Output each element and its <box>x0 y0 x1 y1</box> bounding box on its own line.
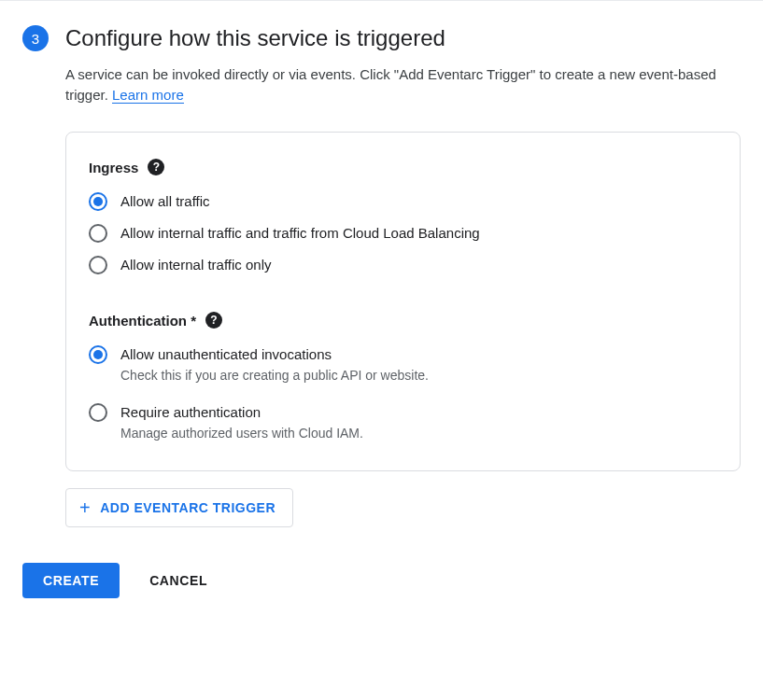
page-title: Configure how this service is triggered <box>65 23 741 53</box>
authentication-label: Authentication * <box>89 313 196 329</box>
radio-label: Allow all traffic <box>120 192 210 211</box>
radio-helper: Manage authorized users with Cloud IAM. <box>120 424 363 442</box>
step-section: 3 Configure how this service is triggere… <box>0 1 763 617</box>
authentication-radio-group: Allow unauthenticated invocations Check … <box>89 345 717 442</box>
ingress-option-all-traffic[interactable]: Allow all traffic <box>89 192 717 211</box>
help-icon[interactable]: ? <box>148 159 164 175</box>
footer-buttons: CREATE CANCEL <box>22 563 741 598</box>
auth-option-require[interactable]: Require authentication Manage authorized… <box>89 403 717 442</box>
page-description: A service can be invoked directly or via… <box>65 64 741 105</box>
radio-label: Allow internal traffic only <box>120 256 271 274</box>
help-icon[interactable]: ? <box>205 312 222 329</box>
plus-icon: + <box>79 498 91 517</box>
radio-text: Require authentication Manage authorized… <box>120 403 363 442</box>
radio-helper: Check this if you are creating a public … <box>120 366 429 385</box>
radio-button[interactable] <box>89 224 107 243</box>
learn-more-link[interactable]: Learn more <box>112 87 184 104</box>
ingress-option-internal-only[interactable]: Allow internal traffic only <box>89 256 717 274</box>
authentication-label-row: Authentication * ? <box>89 312 717 329</box>
radio-text: Allow internal traffic and traffic from … <box>120 224 480 243</box>
settings-card: Ingress ? Allow all traffic Allow intern… <box>65 132 741 471</box>
step-number-badge: 3 <box>22 25 49 51</box>
radio-button[interactable] <box>89 192 107 211</box>
radio-button[interactable] <box>89 256 107 274</box>
ingress-label-row: Ingress ? <box>89 159 717 175</box>
add-eventarc-trigger-button[interactable]: + ADD EVENTARC TRIGGER <box>65 488 293 527</box>
radio-text: Allow unauthenticated invocations Check … <box>120 345 429 385</box>
ingress-radio-group: Allow all traffic Allow internal traffic… <box>89 192 717 274</box>
radio-label: Allow unauthenticated invocations <box>120 345 429 364</box>
create-button[interactable]: CREATE <box>22 563 120 598</box>
add-trigger-wrap: + ADD EVENTARC TRIGGER <box>65 488 741 527</box>
radio-text: Allow all traffic <box>120 192 210 211</box>
step-header: 3 Configure how this service is triggere… <box>22 23 741 105</box>
auth-option-unauthenticated[interactable]: Allow unauthenticated invocations Check … <box>89 345 717 385</box>
radio-label: Require authentication <box>120 403 363 422</box>
add-trigger-label: ADD EVENTARC TRIGGER <box>100 500 276 515</box>
step-header-content: Configure how this service is triggered … <box>65 23 741 105</box>
cancel-button[interactable]: CANCEL <box>149 563 207 598</box>
radio-button[interactable] <box>89 403 107 422</box>
radio-button[interactable] <box>89 345 107 364</box>
radio-label: Allow internal traffic and traffic from … <box>120 224 480 243</box>
ingress-label: Ingress <box>89 160 138 175</box>
ingress-option-internal-and-lb[interactable]: Allow internal traffic and traffic from … <box>89 224 717 243</box>
radio-text: Allow internal traffic only <box>120 256 271 274</box>
